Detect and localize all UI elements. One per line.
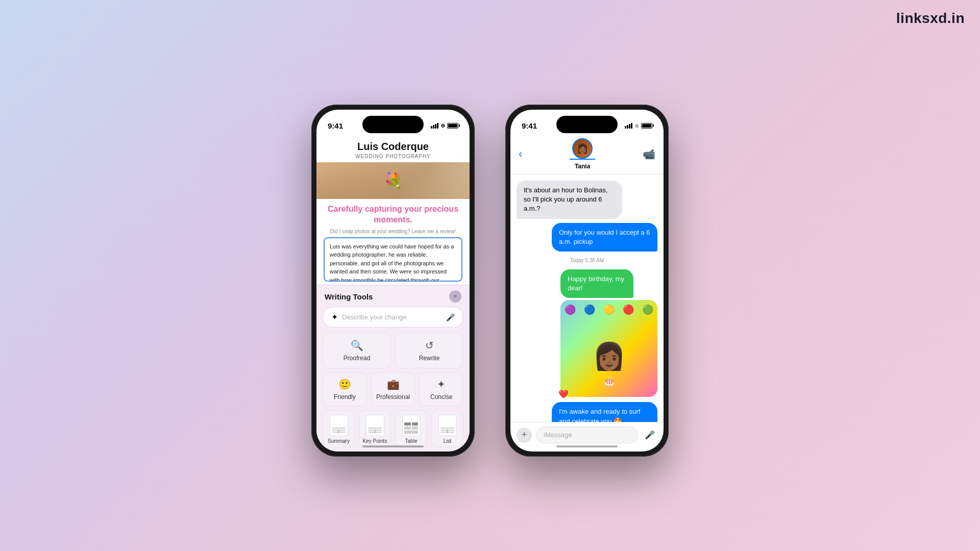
phone1-time: 9:41 bbox=[328, 121, 343, 130]
concise-icon: ✦ bbox=[437, 378, 446, 390]
wedding-flowers-icon: 💐 bbox=[384, 172, 403, 190]
professional-icon: 💼 bbox=[387, 378, 400, 390]
heart-reaction-icon: ❤️ bbox=[558, 389, 569, 399]
proofread-button[interactable]: 🔍 Proofread bbox=[323, 333, 391, 368]
back-button[interactable]: ‹ bbox=[519, 147, 522, 161]
video-call-button[interactable]: 📹 bbox=[643, 148, 655, 160]
describe-placeholder: Describe your change bbox=[342, 313, 442, 321]
close-button[interactable]: × bbox=[449, 290, 461, 303]
messages-header: ‹ 👩🏾 Tania 📹 bbox=[510, 136, 664, 174]
tagline: Carefully capturing your precious moment… bbox=[316, 199, 470, 229]
review-prompt: Did I snap photos at your wedding? Leave… bbox=[316, 229, 470, 237]
summary-label: Summary bbox=[328, 438, 350, 444]
list-button[interactable]: ↓ List bbox=[431, 410, 463, 447]
phone2-screen: 9:41 ⌾ bbox=[510, 110, 664, 452]
close-icon: × bbox=[453, 293, 457, 300]
message-1-text: It's about an hour to Bolinas, so I'll p… bbox=[524, 186, 607, 212]
mic-icon: 🎤 bbox=[446, 313, 455, 321]
add-attachment-button[interactable]: + bbox=[517, 428, 532, 443]
summary-doc-icon: ↓ bbox=[330, 415, 348, 436]
phone2-wifi-icon: ⌾ bbox=[635, 122, 639, 129]
message-2: Only for you would I accept a 6 a.m. pic… bbox=[552, 223, 657, 252]
website-subtitle: Wedding Photography bbox=[327, 154, 459, 159]
watermark-text: linksxd.in bbox=[896, 10, 965, 26]
contact-info: 👩🏾 Tania bbox=[570, 138, 595, 170]
phone-writing-tools: 9:41 ⌾ Luis C bbox=[311, 105, 475, 457]
tools-row-2: 🙂 Friendly 💼 Professional ✦ Concise bbox=[316, 372, 470, 410]
writing-tools-title: Writing Tools bbox=[325, 292, 373, 301]
phone1-home-bar bbox=[362, 445, 424, 447]
birthday-balloons: 🟣🔵🟡🔴🟢 bbox=[560, 304, 657, 315]
mic-button[interactable]: 🎤 bbox=[642, 428, 657, 443]
birthday-cake-emoji: 🎂 bbox=[602, 375, 616, 389]
phone1-battery-icon bbox=[447, 123, 458, 129]
birthday-message-group: Happy birthday, my dear! 🟣🔵🟡🔴🟢 👩🏾 🎂 bbox=[560, 269, 657, 398]
concise-label: Concise bbox=[430, 393, 452, 400]
table-button[interactable]: ↓ Table bbox=[395, 410, 427, 447]
message-1: It's about an hour to Bolinas, so I'll p… bbox=[517, 181, 622, 219]
describe-input-container[interactable]: ✦ Describe your change 🎤 bbox=[323, 307, 463, 328]
sparkle-icon: ✦ bbox=[331, 312, 338, 322]
contact-avatar[interactable]: 👩🏾 bbox=[572, 138, 593, 159]
review-text-content: Luis was everything we could have hoped … bbox=[330, 242, 456, 282]
rewrite-button[interactable]: ↺ Rewrite bbox=[395, 333, 463, 368]
concise-button[interactable]: ✦ Concise bbox=[419, 372, 463, 406]
timestamp-text: Today 5:38 AM bbox=[570, 258, 604, 263]
phone2-status-icons: ⌾ bbox=[625, 122, 652, 129]
phones-container: 9:41 ⌾ Luis C bbox=[0, 0, 980, 551]
messages-screen: 9:41 ⌾ bbox=[510, 110, 664, 452]
website-header: Luis Coderque Wedding Photography bbox=[316, 136, 470, 162]
watermark: linksxd.in bbox=[896, 10, 965, 27]
birthday-person-emoji: 👩🏾 bbox=[593, 341, 626, 372]
phone1-status-icons: ⌾ bbox=[431, 122, 458, 129]
table-label: Table bbox=[405, 438, 418, 444]
phone1-screen: 9:41 ⌾ Luis C bbox=[316, 110, 470, 452]
table-doc-icon: ↓ bbox=[402, 415, 421, 436]
wedding-photo: 💐 bbox=[316, 162, 470, 199]
professional-button[interactable]: 💼 Professional bbox=[371, 372, 415, 406]
list-doc-icon: ↓ bbox=[438, 415, 457, 436]
rewrite-label: Rewrite bbox=[419, 355, 440, 362]
phone2-signal bbox=[625, 123, 632, 129]
phone1-wifi-icon: ⌾ bbox=[441, 122, 445, 129]
summary-button[interactable]: ↓ Summary bbox=[323, 410, 355, 447]
phone-messages: 9:41 ⌾ bbox=[505, 105, 669, 457]
message-4: Happy birthday, my dear! bbox=[560, 269, 633, 298]
imessage-placeholder: iMessage bbox=[544, 431, 572, 439]
phone2-time: 9:41 bbox=[522, 121, 537, 130]
friendly-label: Friendly bbox=[334, 393, 356, 400]
website-title: Luis Coderque bbox=[327, 140, 459, 153]
tools-row-1: 🔍 Proofread ↺ Rewrite bbox=[316, 333, 470, 372]
message-6-text: I'm awake and ready to surf and celebrat… bbox=[559, 408, 640, 422]
writing-tools-header: Writing Tools × bbox=[316, 285, 470, 307]
key-points-label: Key Points bbox=[363, 438, 387, 444]
dynamic-island-1 bbox=[362, 116, 424, 133]
rewrite-icon: ↺ bbox=[425, 339, 434, 352]
phone2-home-bar bbox=[556, 445, 618, 447]
key-points-doc-icon: ↓ bbox=[366, 415, 384, 436]
phone1-content: Luis Coderque Wedding Photography 💐 Care… bbox=[316, 136, 470, 452]
professional-label: Professional bbox=[376, 393, 410, 400]
imessage-input[interactable]: iMessage bbox=[536, 427, 638, 443]
avatar-emoji: 👩🏾 bbox=[577, 143, 588, 154]
phone1-signal bbox=[431, 123, 438, 129]
birthday-image-wrapper: 🟣🔵🟡🔴🟢 👩🏾 🎂 ❤️ bbox=[560, 300, 657, 397]
review-text-area[interactable]: Luis was everything we could have hoped … bbox=[324, 237, 462, 282]
dynamic-island-2 bbox=[556, 116, 618, 133]
friendly-button[interactable]: 🙂 Friendly bbox=[323, 372, 367, 406]
messages-list: It's about an hour to Bolinas, so I'll p… bbox=[510, 174, 664, 422]
message-timestamp: Today 5:38 AM bbox=[517, 258, 657, 263]
message-2-text: Only for you would I accept a 6 a.m. pic… bbox=[559, 229, 650, 245]
proofread-icon: 🔍 bbox=[351, 339, 363, 352]
proofread-label: Proofread bbox=[344, 355, 371, 362]
phone2-battery-icon bbox=[641, 123, 652, 129]
message-4-text: Happy birthday, my dear! bbox=[568, 275, 624, 292]
writing-tools-panel: Writing Tools × ✦ Describe your change 🎤 bbox=[316, 285, 470, 452]
list-label: List bbox=[444, 438, 452, 444]
contact-name: Tania bbox=[575, 163, 590, 170]
birthday-image: 🟣🔵🟡🔴🟢 👩🏾 🎂 bbox=[560, 300, 657, 397]
message-6: I'm awake and ready to surf and celebrat… bbox=[552, 402, 657, 422]
key-points-button[interactable]: ↓ Key Points bbox=[359, 410, 391, 447]
friendly-icon: 🙂 bbox=[338, 378, 351, 390]
